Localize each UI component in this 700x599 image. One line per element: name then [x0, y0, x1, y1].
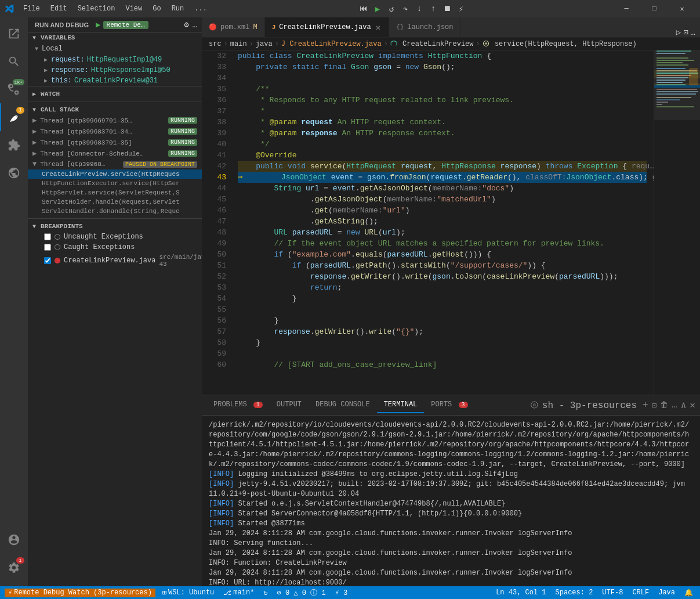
- activity-settings[interactable]: 1: [0, 554, 28, 582]
- status-branch[interactable]: ⎇ main*: [221, 589, 256, 597]
- debug-more-icon[interactable]: …: [193, 20, 197, 30]
- frame-3[interactable]: ServletHolder.handle(Request,Servlet: [28, 197, 202, 207]
- menu-edit[interactable]: Edit: [46, 3, 72, 14]
- split-editor-icon[interactable]: ⊡: [683, 27, 688, 37]
- breadcrumb-class[interactable]: CreateLinkPreview: [390, 40, 474, 48]
- breadcrumb-file[interactable]: J CreateLinkPreview.java: [281, 40, 382, 48]
- breakpoints-header[interactable]: ▼ BREAKPOINTS: [28, 221, 202, 232]
- callstack-header[interactable]: ▼ CALL STACK: [28, 104, 202, 115]
- more-editor-icon[interactable]: …: [691, 28, 695, 37]
- panel-tab-terminal[interactable]: TERMINAL: [377, 397, 425, 413]
- thread-4[interactable]: ▼ Thread [qtp39968… PAUSED ON BREAKPOINT: [28, 159, 202, 169]
- panel-close-icon[interactable]: ✕: [690, 399, 695, 411]
- panel-split-icon[interactable]: ⊡: [652, 400, 657, 410]
- var-response[interactable]: ▶ response: HttpResponseImpl@50: [28, 65, 202, 75]
- bp-file-checkbox[interactable]: [44, 257, 51, 264]
- terminal-line-0: /pierrick/.m2/repository/io/cloudevents/…: [209, 420, 693, 470]
- run-debug-button[interactable]: RUN AND DEBUG: [32, 20, 91, 30]
- terminal-content[interactable]: /pierrick/.m2/repository/io/cloudevents/…: [202, 416, 700, 586]
- status-encoding[interactable]: UTF-8: [600, 589, 625, 597]
- maximize-btn[interactable]: □: [641, 0, 668, 17]
- bp-caught-checkbox[interactable]: [44, 244, 51, 251]
- debug-stepin-btn[interactable]: ↓: [414, 3, 425, 15]
- debug-restart-btn[interactable]: ↺: [386, 3, 397, 15]
- thread-1[interactable]: ▶ Thread [qtp399683701-34-acce… RUNNING: [28, 126, 202, 137]
- bp-caught[interactable]: Caught Exceptions: [28, 242, 202, 252]
- status-warnings[interactable]: ⚡ 3: [333, 589, 350, 597]
- menu-selection[interactable]: Selection: [73, 3, 120, 14]
- var-request[interactable]: ▶ request: HttpRequestImpl@49: [28, 55, 202, 65]
- menu-more[interactable]: ...: [190, 3, 212, 14]
- frame-1[interactable]: HttpFunctionExecutor.service(HttpSer: [28, 179, 202, 188]
- panel-tab-ports[interactable]: PORTS 3: [424, 397, 474, 413]
- terminal-line-8: Jan 29, 2024 8:11:28 AM com.google.cloud…: [209, 549, 693, 558]
- terminal-line-3: [INFO] Started o.e.j.s.ServletContextHan…: [209, 499, 693, 509]
- breadcrumb-src[interactable]: src: [209, 40, 222, 48]
- run-editor-icon[interactable]: ▷: [676, 27, 681, 37]
- callstack-collapse-icon: ▼: [32, 107, 36, 113]
- settings-badge: 1: [16, 557, 24, 564]
- variables-collapse-icon: ▼: [32, 35, 36, 41]
- activity-run[interactable]: 1: [0, 103, 28, 131]
- panel-tab-output[interactable]: OUTPUT: [270, 397, 309, 413]
- thread-3[interactable]: ▶ Thread [Connector-Scheduler-… RUNNING: [28, 148, 202, 159]
- frame-4[interactable]: ServletHandler.doHandle(String,Reque: [28, 207, 202, 216]
- debug-hotcode-btn[interactable]: ⚡: [455, 3, 467, 15]
- status-remote-debug[interactable]: ⚡ Remote Debug Watch (3p-resources): [5, 589, 155, 597]
- debug-stop-btn[interactable]: ⏹: [441, 3, 453, 15]
- thread-2[interactable]: ▶ Thread [qtp399683701-35] RUNNING: [28, 137, 202, 148]
- status-eol[interactable]: CRLF: [630, 589, 651, 597]
- breadcrumb-method[interactable]: service(HttpRequest, HttpResponse): [483, 40, 637, 48]
- status-sync[interactable]: ↻: [261, 589, 270, 597]
- status-position[interactable]: Ln 43, Col 1: [494, 589, 548, 597]
- code-content[interactable]: public class CreateLinkPreview implement…: [231, 50, 654, 395]
- panel-tab-debug[interactable]: DEBUG CONSOLE: [309, 397, 377, 413]
- panel-trash-icon[interactable]: 🗑: [660, 400, 668, 410]
- frame-2[interactable]: HttpServlet.service(ServletRequest,S: [28, 188, 202, 197]
- tab-launch-json[interactable]: {} launch.json: [389, 17, 460, 37]
- menu-go[interactable]: Go: [148, 3, 165, 14]
- activity-search[interactable]: [0, 48, 28, 75]
- menu-view[interactable]: View: [121, 3, 147, 14]
- tab-createlink[interactable]: J CreateLinkPreview.java ✕: [265, 17, 389, 37]
- watch-header[interactable]: ▶ WATCH: [28, 89, 202, 99]
- menu-file[interactable]: File: [19, 3, 45, 14]
- status-spaces[interactable]: Spaces: 2: [553, 589, 596, 597]
- activity-remote[interactable]: [0, 159, 28, 187]
- breadcrumb-main[interactable]: main: [230, 40, 247, 48]
- variables-header[interactable]: ▼ VARIABLES: [28, 33, 202, 43]
- panel-collapse-icon[interactable]: ∧: [681, 399, 687, 411]
- panel-more-icon[interactable]: …: [672, 400, 677, 410]
- status-language[interactable]: Java: [656, 589, 677, 597]
- panel-add-icon[interactable]: +: [643, 400, 648, 410]
- close-btn[interactable]: ✕: [669, 0, 695, 17]
- debug-back-btn[interactable]: ⏮: [358, 3, 369, 15]
- minimize-btn[interactable]: ─: [613, 0, 640, 17]
- bp-file[interactable]: CreateLinkPreview.java src/main/java 43: [28, 252, 202, 269]
- run-play-icon[interactable]: ▶: [96, 20, 100, 30]
- activity-extensions[interactable]: [0, 131, 28, 159]
- bp-uncaught-checkbox[interactable]: [44, 233, 51, 240]
- debug-config-badge[interactable]: Remote De…: [103, 21, 148, 29]
- local-scope-header[interactable]: ▼ Local: [28, 43, 202, 55]
- thread-0[interactable]: ▶ Thread [qtp399669701-35-acce… RUNNING: [28, 115, 202, 126]
- frame-0[interactable]: CreateLinkPreview.service(HttpReques: [28, 169, 202, 179]
- activity-explorer[interactable]: [0, 20, 28, 48]
- terminal-line-5: [INFO] Started @38771ms: [209, 519, 693, 529]
- status-wsl[interactable]: ⊞ WSL: Ubuntu: [160, 589, 216, 597]
- tab-pom-xml[interactable]: 🔴 pom.xml M: [202, 17, 265, 37]
- activity-source-control[interactable]: 1k+: [0, 75, 28, 103]
- breadcrumb-java[interactable]: java: [256, 40, 273, 48]
- bp-uncaught[interactable]: Uncaught Exceptions: [28, 232, 202, 242]
- panel-tab-problems[interactable]: PROBLEMS 1: [206, 397, 270, 413]
- debug-continue-btn[interactable]: ▶: [372, 3, 383, 15]
- activity-account[interactable]: [0, 526, 28, 554]
- status-notifications[interactable]: 🔔: [682, 589, 695, 597]
- createlink-tab-close[interactable]: ✕: [375, 23, 382, 33]
- status-errors[interactable]: ⊘ 0 △ 0 ⓘ 1: [275, 588, 328, 598]
- debug-stepover-btn[interactable]: ↷: [400, 3, 411, 15]
- var-this[interactable]: ▶ this: CreateLinkPreview@31: [28, 75, 202, 86]
- debug-gear-icon[interactable]: ⚙: [184, 20, 188, 30]
- menu-run[interactable]: Run: [167, 3, 189, 14]
- debug-stepout-btn[interactable]: ↑: [427, 3, 439, 15]
